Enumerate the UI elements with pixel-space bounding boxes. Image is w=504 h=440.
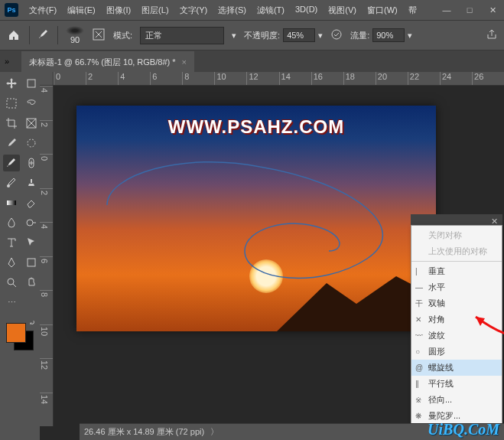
chevron-down-icon[interactable]: ▾ (232, 31, 236, 41)
mode-label: 模式: (113, 30, 132, 41)
symmetry-type-icon: ○ (415, 347, 420, 356)
menu-filter[interactable]: 滤镜(T) (252, 2, 289, 18)
menu-symmetry-0[interactable]: |垂直 (411, 263, 502, 279)
canvas-area: 02468101214161820222426 4202468101214 WW… (40, 72, 504, 440)
opacity-input[interactable]: 45% (283, 28, 315, 42)
shape-tool[interactable] (23, 254, 40, 271)
menu-symmetry-5[interactable]: ○圆形 (411, 344, 502, 360)
symmetry-type-icon: ❋ (415, 412, 421, 420)
symmetry-type-icon: ✕ (415, 315, 421, 324)
menu-file[interactable]: 文件(F) (24, 2, 61, 18)
menu-symmetry-4[interactable]: 〰波纹 (411, 328, 502, 344)
svg-point-7 (7, 184, 10, 187)
svg-point-5 (28, 139, 35, 147)
svg-rect-8 (7, 200, 16, 205)
symmetry-type-icon: @ (415, 363, 423, 372)
artboard-tool[interactable] (23, 75, 40, 92)
chevron-down-icon[interactable]: ▾ (318, 31, 323, 41)
panel-toggle-icon[interactable]: » (5, 56, 15, 67)
brush-preview[interactable]: 90 (66, 26, 84, 44)
pressure-opacity-icon[interactable] (330, 28, 343, 42)
menu-symmetry-7[interactable]: ‖平行线 (411, 376, 502, 392)
menu-view[interactable]: 视图(V) (324, 2, 361, 18)
menu-window[interactable]: 窗口(W) (363, 2, 402, 18)
canvas[interactable]: WWW.PSAHZ.COM (76, 106, 436, 331)
type-tool[interactable] (3, 234, 20, 251)
history-brush-tool[interactable] (3, 174, 20, 191)
symmetry-type-icon: 干 (415, 298, 423, 309)
brush-panel-icon[interactable] (92, 28, 106, 43)
close-tab-icon[interactable]: × (182, 57, 187, 67)
hand-tool[interactable] (23, 274, 40, 291)
more-tools[interactable]: ⋯ (3, 294, 20, 311)
brush-tool[interactable] (3, 155, 20, 171)
menu-image[interactable]: 图像(I) (102, 2, 135, 18)
menu-last-symmetry[interactable]: 上次使用的对称 (411, 243, 502, 259)
menu-symmetry-1[interactable]: —水平 (411, 279, 502, 295)
home-icon[interactable] (6, 28, 21, 43)
swap-colors-icon[interactable]: ⤾ (29, 318, 35, 327)
healing-tool[interactable] (23, 155, 40, 171)
menu-close-symmetry[interactable]: 关闭对称 (411, 227, 502, 243)
menu-symmetry-2[interactable]: 干双轴 (411, 295, 502, 311)
menu-edit[interactable]: 编辑(E) (63, 2, 100, 18)
eraser-tool[interactable] (23, 194, 40, 211)
svg-rect-2 (28, 80, 35, 87)
options-bar: 90 模式: 正常 ▾ 不透明度: 45% ▾ 流量: 90% ▾ (0, 20, 504, 51)
brush-tool-icon[interactable] (37, 28, 50, 42)
document-tab-title: 未标题-1 @ 66.7% (图层 10, RGB/8#) * (29, 57, 176, 68)
app-logo: Ps (5, 3, 18, 17)
frame-tool[interactable] (23, 115, 40, 132)
svg-point-11 (8, 279, 14, 285)
pen-tool[interactable] (3, 254, 20, 271)
dodge-tool[interactable] (23, 214, 40, 231)
menu-3d[interactable]: 3D(D) (291, 2, 322, 18)
share-icon[interactable] (486, 28, 498, 42)
sun-graphic (249, 259, 283, 293)
svg-point-9 (27, 220, 33, 226)
gradient-tool[interactable] (3, 194, 20, 211)
watermark-text: WWW.PSAHZ.COM (76, 116, 436, 138)
flow-label: 流量: (350, 30, 369, 41)
close-button[interactable]: ✕ (481, 0, 504, 20)
maximize-button[interactable]: □ (458, 0, 481, 20)
source-watermark: UiBQ.CoM (428, 421, 499, 438)
menu-symmetry-6[interactable]: @螺旋线 (411, 360, 502, 376)
blend-mode-select[interactable]: 正常 (140, 27, 224, 44)
symmetry-menu: 关闭对称 上次使用的对称 |垂直—水平干双轴✕对角〰波纹○圆形@螺旋线‖平行线※… (411, 225, 502, 440)
ruler-origin[interactable] (40, 72, 54, 86)
path-select-tool[interactable] (23, 234, 40, 251)
zoom-tool[interactable] (3, 274, 20, 291)
symmetry-type-icon: | (415, 267, 418, 275)
symmetry-type-icon: — (415, 283, 423, 292)
ruler-horizontal[interactable]: 02468101214161820222426 (54, 72, 504, 86)
crop-tool[interactable] (3, 115, 20, 132)
quick-select-tool[interactable] (23, 135, 40, 152)
symmetry-type-icon: ‖ (415, 380, 419, 388)
status-arrow-icon[interactable]: 〉 (210, 426, 219, 438)
flow-input[interactable]: 90% (372, 28, 405, 42)
color-swatches[interactable]: ⤾ (3, 318, 40, 349)
menu-help[interactable]: 帮 (404, 2, 421, 18)
menu-symmetry-3[interactable]: ✕对角 (411, 311, 502, 328)
symmetry-type-icon: ※ (415, 396, 421, 404)
blur-tool[interactable] (3, 214, 20, 231)
minimize-button[interactable]: — (435, 0, 458, 20)
foreground-color[interactable] (6, 323, 26, 343)
toolbox: ⋯ ⤾ (0, 72, 40, 440)
clone-stamp-tool[interactable] (23, 174, 40, 191)
menu-layer[interactable]: 图层(L) (137, 2, 173, 18)
menu-select[interactable]: 选择(S) (213, 2, 251, 18)
document-tab[interactable]: 未标题-1 @ 66.7% (图层 10, RGB/8#) * × (21, 51, 194, 72)
menu-symmetry-8[interactable]: ※径向... (411, 392, 502, 408)
ruler-vertical[interactable]: 4202468101214 (40, 86, 54, 426)
menu-type[interactable]: 文字(Y) (175, 2, 213, 18)
lasso-tool[interactable] (23, 95, 40, 112)
svg-point-1 (332, 30, 341, 39)
move-tool[interactable] (3, 75, 20, 92)
eyedropper-tool[interactable] (3, 135, 20, 152)
doc-dimensions: 26.46 厘米 x 14.89 厘米 (72 ppi) (84, 426, 204, 438)
svg-rect-10 (28, 259, 35, 266)
chevron-down-icon[interactable]: ▾ (408, 31, 412, 41)
marquee-tool[interactable] (3, 95, 20, 112)
